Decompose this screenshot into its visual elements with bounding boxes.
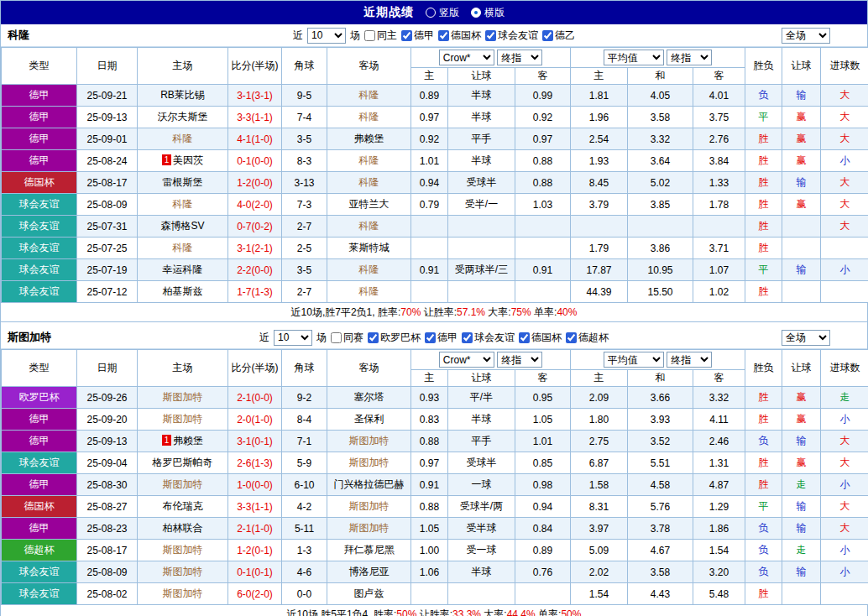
euro-away-odds: 3.71 — [693, 238, 745, 259]
checkbox-德超杯[interactable] — [566, 332, 577, 343]
winloss-result: 负 — [745, 431, 782, 452]
match-row: 球会友谊25-07-19幸运科隆2-2(0-0)3-5科隆0.91受两球半/三0… — [2, 259, 868, 281]
checkbox-德国杯[interactable] — [519, 332, 530, 343]
league-type-cell: 球会友谊 — [2, 259, 77, 281]
filter-option-德国杯[interactable]: 德国杯 — [438, 29, 481, 43]
filter-option-同主[interactable]: 同主 — [364, 29, 397, 43]
filter-option-德乙[interactable]: 德乙 — [542, 29, 575, 43]
home-team-name: 斯图加特 — [163, 544, 203, 556]
view-mode-option-1[interactable]: 竖版 — [426, 6, 459, 20]
euro-stage-select[interactable]: 终指 — [667, 352, 712, 368]
euro-away-odds: 5.48 — [693, 583, 745, 605]
corners: 5-9 — [282, 452, 327, 474]
checkbox-球会友谊[interactable] — [485, 30, 496, 41]
section-summary: 近10场,胜7平2负1, 胜率:70% 让胜率:57.1% 大率:75% 单率:… — [1, 303, 867, 322]
radio-icon[interactable] — [426, 8, 436, 18]
home-team-name: 柏林联合 — [163, 522, 203, 534]
view-mode-option-2[interactable]: 横版 — [471, 6, 505, 20]
euro-draw-odds: 3.58 — [628, 561, 693, 583]
asian-handicap: 半球 — [448, 150, 515, 172]
corners: 4-6 — [282, 561, 327, 583]
euro-home-odds: 1.93 — [571, 150, 628, 172]
winloss-result: 负 — [745, 518, 782, 540]
filter-option-德国杯[interactable]: 德国杯 — [519, 331, 562, 345]
corners: 4-2 — [282, 496, 327, 518]
bookmaker-select[interactable]: Crow* — [439, 352, 494, 368]
filter-option-德超杯[interactable]: 德超杯 — [566, 331, 609, 345]
team-section-1: 科隆近10场同主德甲德国杯球会友谊德乙全场类型日期主场比分(半场)角球客场Cro… — [1, 24, 867, 322]
handicap-result: 赢 — [782, 452, 821, 474]
checkbox-德甲[interactable] — [425, 332, 436, 343]
section-header-bar: 科隆近10场同主德甲德国杯球会友谊德乙全场 — [1, 24, 867, 47]
away-team-name: 圣保利 — [354, 413, 384, 425]
away-team: 圣保利 — [327, 409, 411, 431]
match-count-select[interactable]: 10 — [274, 330, 312, 346]
asian-home-odds — [411, 583, 448, 605]
euro-draw-odds: 3.58 — [628, 107, 693, 128]
filter-option-同赛[interactable]: 同赛 — [331, 331, 363, 345]
asian-away-odds — [515, 238, 571, 259]
euro-draw-odds: 5.02 — [628, 172, 693, 194]
section-header-bar: 斯图加特近10场同赛欧罗巴杯德甲球会友谊德国杯德超杯全场 — [1, 326, 867, 349]
asian-handicap: 半球 — [448, 107, 515, 128]
score: 1-0(0-0) — [228, 474, 282, 496]
filter-option-德甲[interactable]: 德甲 — [401, 29, 434, 43]
winloss-result: 胜 — [745, 583, 782, 605]
checkbox-欧罗巴杯[interactable] — [368, 332, 379, 343]
checkbox-同主[interactable] — [364, 30, 375, 41]
odds-subcolumn-header: 主 — [571, 370, 628, 387]
checkbox-德甲[interactable] — [401, 30, 412, 41]
away-team: 科隆 — [327, 281, 411, 303]
euro-draw-odds: 4.67 — [628, 540, 693, 561]
asian-home-odds: 0.93 — [411, 387, 448, 409]
euro-draw-odds: 5.51 — [628, 452, 693, 474]
fullmatch-scope-select[interactable]: 全场 — [782, 28, 830, 44]
bookmaker-select[interactable]: Crow* — [439, 50, 494, 65]
goals-result: 大 — [821, 216, 868, 238]
asian-away-odds: 1.05 — [515, 409, 571, 431]
filter-option-德甲[interactable]: 德甲 — [425, 331, 458, 345]
euro-average-select[interactable]: 平均值 — [604, 50, 664, 65]
filter-checkbox-label: 德甲 — [437, 331, 458, 345]
euro-away-odds: 1.54 — [693, 540, 745, 561]
home-team: 布伦瑞克 — [138, 496, 228, 518]
handicap-result: 输 — [782, 259, 821, 281]
corners: 0-0 — [282, 583, 327, 605]
filter-option-球会友谊[interactable]: 球会友谊 — [462, 331, 515, 345]
home-team: 森博格SV — [138, 216, 228, 238]
score: 2-0(1-0) — [228, 409, 282, 431]
asian-stage-select[interactable]: 终指 — [497, 50, 542, 65]
league-type-cell: 德国杯 — [2, 172, 77, 194]
odds-subcolumn-header: 和 — [628, 68, 693, 85]
away-team-name: 莱斯特城 — [349, 242, 390, 253]
asian-handicap: 受半/一 — [448, 194, 515, 216]
score: 4-1(1-0) — [228, 128, 282, 150]
euro-draw-odds — [628, 216, 693, 238]
summary-part: 44.4% — [507, 608, 536, 616]
away-team-name: 斯图加特 — [349, 435, 390, 446]
summary-part: 70% — [400, 306, 421, 318]
summary-part: 让胜率: — [421, 306, 457, 318]
euro-draw-odds: 3.32 — [628, 128, 693, 150]
fullmatch-scope-select[interactable]: 全场 — [782, 330, 830, 346]
euro-draw-odds: 3.85 — [628, 194, 693, 216]
results-table: 类型日期主场比分(半场)角球客场Crow* 终指平均值 终指胜负让球进球数主让球… — [1, 47, 868, 303]
team-section-2: 斯图加特近10场同赛欧罗巴杯德甲球会友谊德国杯德超杯全场类型日期主场比分(半场)… — [1, 326, 867, 616]
match-date: 25-08-09 — [77, 561, 138, 583]
score: 1-2(0-0) — [228, 172, 282, 194]
sections-container: 科隆近10场同主德甲德国杯球会友谊德乙全场类型日期主场比分(半场)角球客场Cro… — [1, 24, 867, 616]
checkbox-同赛[interactable] — [331, 332, 342, 343]
handicap-result: 输 — [782, 85, 821, 107]
radio-selected-icon[interactable] — [471, 8, 481, 18]
checkbox-德国杯[interactable] — [438, 30, 449, 41]
match-count-select[interactable]: 10 — [307, 28, 346, 44]
league-type-cell: 德甲 — [2, 85, 77, 107]
euro-stage-select[interactable]: 终指 — [667, 50, 712, 65]
filter-option-球会友谊[interactable]: 球会友谊 — [485, 29, 538, 43]
filter-option-欧罗巴杯[interactable]: 欧罗巴杯 — [368, 331, 421, 345]
home-team-name: 斯图加特 — [163, 391, 203, 403]
asian-stage-select[interactable]: 终指 — [497, 352, 542, 368]
checkbox-球会友谊[interactable] — [462, 332, 473, 343]
checkbox-德乙[interactable] — [542, 30, 553, 41]
euro-average-select[interactable]: 平均值 — [604, 352, 664, 368]
